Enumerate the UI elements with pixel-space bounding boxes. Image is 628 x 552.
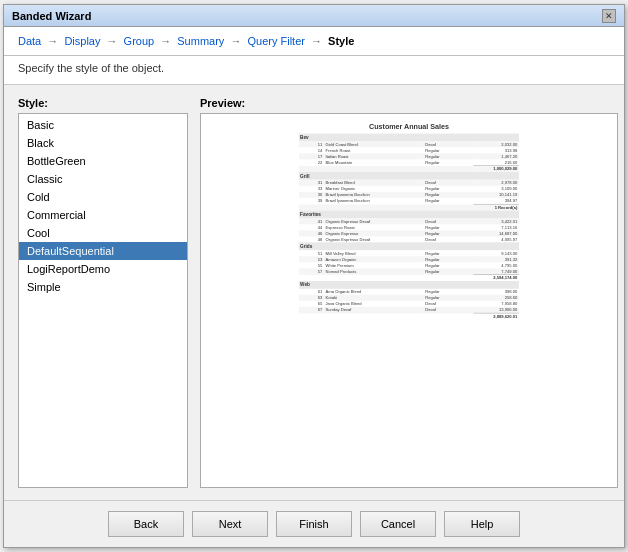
style-item-logireportdemo[interactable]: LogiReportDemo — [19, 260, 187, 278]
style-item-defaultsequential[interactable]: DefaultSequential — [19, 242, 187, 260]
style-item-bottlegreen[interactable]: BottleGreen — [19, 152, 187, 170]
arrow-3: → — [160, 35, 171, 47]
cancel-button[interactable]: Cancel — [360, 511, 436, 537]
finish-button[interactable]: Finish — [276, 511, 352, 537]
description-text: Specify the style of the object. — [18, 62, 610, 74]
style-item-black[interactable]: Black — [19, 134, 187, 152]
right-panel: Preview: Customer Annual Sales Bev 11Gol… — [200, 97, 618, 488]
description-bar: Specify the style of the object. — [4, 56, 624, 85]
group-header-web: Web — [299, 281, 519, 289]
style-item-cool[interactable]: Cool — [19, 224, 187, 242]
breadcrumb-style: Style — [328, 35, 354, 47]
group-header-grill: Grill — [299, 172, 519, 180]
style-list[interactable]: Basic Black BottleGreen Classic Cold Com… — [18, 113, 188, 488]
close-button[interactable]: ✕ — [602, 9, 616, 23]
style-item-simple[interactable]: Simple — [19, 278, 187, 296]
help-button[interactable]: Help — [444, 511, 520, 537]
mini-report: Customer Annual Sales Bev 11Gold Coast B… — [299, 122, 519, 319]
style-item-basic[interactable]: Basic — [19, 116, 187, 134]
breadcrumb: Data → Display → Group → Summary → Query… — [18, 35, 610, 47]
group-header-grids: Grids — [299, 242, 519, 250]
breadcrumb-summary[interactable]: Summary — [177, 35, 224, 47]
breadcrumb-bar: Data → Display → Group → Summary → Query… — [4, 27, 624, 56]
main-window: Banded Wizard ✕ Data → Display → Group →… — [3, 4, 625, 548]
breadcrumb-group[interactable]: Group — [124, 35, 155, 47]
preview-label: Preview: — [200, 97, 618, 109]
style-item-classic[interactable]: Classic — [19, 170, 187, 188]
group-header-favorites: Favorites — [299, 211, 519, 219]
arrow-4: → — [230, 35, 241, 47]
breadcrumb-queryfilter[interactable]: Query Filter — [247, 35, 304, 47]
arrow-2: → — [107, 35, 118, 47]
footer-bar: Back Next Finish Cancel Help — [4, 500, 624, 547]
window-title: Banded Wizard — [12, 10, 91, 22]
content-area: Style: Basic Black BottleGreen Classic C… — [4, 85, 624, 500]
left-panel: Style: Basic Black BottleGreen Classic C… — [18, 97, 188, 488]
preview-table: Bev 11Gold Coast BlendDecaf2,032.00 14Fr… — [299, 134, 519, 320]
group-footer-web: 2,889,620.01 — [299, 313, 519, 319]
breadcrumb-display[interactable]: Display — [64, 35, 100, 47]
style-label: Style: — [18, 97, 188, 109]
breadcrumb-data[interactable]: Data — [18, 35, 41, 47]
style-item-commercial[interactable]: Commercial — [19, 206, 187, 224]
next-button[interactable]: Next — [192, 511, 268, 537]
preview-box: Customer Annual Sales Bev 11Gold Coast B… — [200, 113, 618, 488]
arrow-5: → — [311, 35, 322, 47]
group-header-bev: Bev — [299, 134, 519, 142]
style-item-cold[interactable]: Cold — [19, 188, 187, 206]
back-button[interactable]: Back — [108, 511, 184, 537]
preview-inner: Customer Annual Sales Bev 11Gold Coast B… — [209, 122, 609, 479]
report-title: Customer Annual Sales — [299, 122, 519, 130]
arrow-1: → — [47, 35, 58, 47]
title-bar: Banded Wizard ✕ — [4, 5, 624, 27]
